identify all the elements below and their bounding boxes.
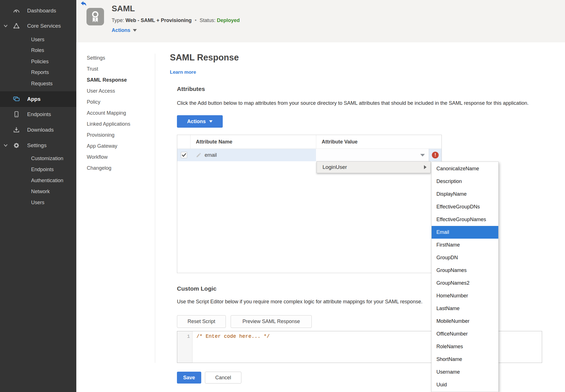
custom-logic-heading: Custom Logic [177, 285, 217, 292]
subnav-label: Changelog [87, 165, 111, 171]
row-error-cell: ! [429, 149, 441, 161]
sidebar-item-policies[interactable]: Policies [31, 56, 49, 67]
actions-button-label: Actions [187, 119, 206, 125]
sidebar-item-requests[interactable]: Requests [31, 79, 53, 89]
sidebar-item-users[interactable]: Users [31, 34, 44, 45]
submenu-item-effectivegroupnames[interactable]: EffectiveGroupNames [432, 213, 498, 226]
type-label: Type: [112, 18, 124, 23]
chevron-down-icon[interactable] [3, 143, 8, 148]
attribute-value-combobox[interactable] [316, 149, 429, 161]
learn-more-link[interactable]: Learn more [170, 69, 196, 75]
submenu-item-rolenames[interactable]: RoleNames [432, 340, 498, 353]
sidebar-item-network[interactable]: Network [31, 186, 50, 197]
submenu-item-shortname[interactable]: ShortName [432, 353, 498, 366]
tab-account-mapping[interactable]: Account Mapping [87, 108, 126, 119]
header-actions-label: Actions [112, 27, 130, 33]
sidebar-item-customization[interactable]: Customization [31, 153, 63, 164]
menu-item-label: LoginUser [322, 164, 347, 170]
back-icon[interactable] [80, 1, 87, 7]
attributes-actions-button[interactable]: Actions [177, 115, 223, 128]
attribute-name-cell: email [191, 149, 316, 161]
submenu-item-displayname[interactable]: DisplayName [432, 188, 498, 201]
submenu-item-firstname[interactable]: FirstName [432, 239, 498, 251]
page-app-title: SAML [112, 4, 135, 13]
chevron-down-icon[interactable] [3, 24, 8, 28]
subnav-label: SAML Response [87, 77, 127, 83]
submenu-item-homenumber[interactable]: HomeNumber [432, 289, 498, 302]
submenu-item-groupnames[interactable]: GroupNames [432, 264, 498, 277]
sidebar-item-downloads[interactable]: Downloads [0, 124, 76, 136]
apps-icon [12, 95, 20, 103]
tab-provisioning[interactable]: Provisioning [87, 130, 114, 141]
submenu-item-effectivegroupdns[interactable]: EffectiveGroupDNs [432, 201, 498, 213]
tab-workflow[interactable]: Workflow [87, 152, 108, 163]
sidebar-item-label: Dashboards [27, 8, 56, 14]
sidebar-subitem-label: Endpoints [31, 167, 54, 173]
sidebar-item-dashboards[interactable]: Dashboards [0, 5, 76, 17]
sidebar-item-roles[interactable]: Roles [31, 45, 44, 55]
tab-user-access[interactable]: User Access [87, 86, 115, 97]
sidebar-subitem-label: Reports [31, 69, 49, 75]
subnav-label: Workflow [87, 154, 108, 160]
app-meta: Type: Web - SAML + Provisioning • Status… [112, 18, 240, 23]
subnav-label: Linked Applications [87, 121, 130, 127]
tab-settings[interactable]: Settings [87, 53, 105, 64]
custom-logic-description: Use the Script Editor below if you requi… [177, 299, 423, 305]
sidebar-item-label: Settings [27, 142, 47, 149]
sidebar-subitem-label: Policies [31, 59, 49, 65]
sidebar-item-apps[interactable]: Apps [0, 92, 76, 107]
submenu-item-groupdn[interactable]: GroupDN [432, 251, 498, 264]
tab-trust[interactable]: Trust [87, 64, 98, 75]
cancel-button-label: Cancel [215, 375, 231, 381]
submenu-item-canonicalizename[interactable]: CanonicalizeName [432, 162, 498, 175]
sidebar-item-settings[interactable]: Settings [0, 139, 76, 152]
subnav-label: Provisioning [87, 132, 114, 138]
submenu-item-uuid[interactable]: Uuid [432, 378, 498, 391]
sidebar-subitem-label: Network [31, 189, 50, 195]
submenu-item-email[interactable]: Email [432, 226, 498, 239]
select-column-header [177, 135, 191, 149]
loginuser-submenu: CanonicalizeName Description DisplayName… [431, 162, 499, 392]
sidebar-subitem-label: Requests [31, 81, 53, 87]
sidebar-subitem-label: Authentication [31, 178, 63, 184]
edit-pencil-icon[interactable] [196, 152, 202, 158]
sidebar-item-core-services[interactable]: Core Services [0, 20, 76, 32]
tab-linked-applications[interactable]: Linked Applications [87, 119, 130, 130]
submenu-item-officenumber[interactable]: OfficeNumber [432, 328, 498, 340]
subnav-label: App Gateway [87, 143, 117, 149]
submenu-item-username[interactable]: Username [432, 366, 498, 378]
row-checkbox[interactable] [181, 152, 187, 158]
save-button[interactable]: Save [177, 372, 201, 384]
gauge-icon [12, 7, 20, 15]
preview-saml-response-button[interactable]: Preview SAML Response [231, 315, 312, 328]
row-select-cell [177, 149, 191, 161]
attribute-name-header: Attribute Name [191, 135, 316, 149]
table-row[interactable]: email ! [177, 149, 441, 161]
sidebar-item-settings-users[interactable]: Users [31, 197, 44, 208]
subnav-divider [155, 54, 155, 363]
sidebar-item-reports[interactable]: Reports [31, 67, 49, 77]
submenu-item-description[interactable]: Description [432, 175, 498, 188]
sidebar-item-authentication[interactable]: Authentication [31, 175, 63, 186]
tab-policy[interactable]: Policy [87, 97, 100, 108]
reset-script-button[interactable]: Reset Script [177, 315, 226, 328]
submenu-item-groupnames2[interactable]: GroupNames2 [432, 277, 498, 289]
combobox-caret-icon[interactable] [420, 154, 425, 156]
tab-app-gateway[interactable]: App Gateway [87, 141, 117, 152]
tab-changelog[interactable]: Changelog [87, 163, 111, 174]
tab-saml-response[interactable]: SAML Response [87, 75, 127, 86]
header-actions-dropdown[interactable]: Actions [112, 27, 137, 33]
submenu-arrow-icon [424, 165, 427, 169]
cancel-button[interactable]: Cancel [205, 372, 241, 384]
submenu-item-mobilenumber[interactable]: MobileNumber [432, 315, 498, 328]
app-header: SAML Type: Web - SAML + Provisioning • S… [76, 0, 565, 42]
attributes-description: Click the Add button below to map attrib… [177, 100, 529, 106]
sidebar-subitem-label: Users [31, 200, 44, 206]
sidebar-subitem-label: Users [31, 37, 44, 43]
sidebar-item-settings-endpoints[interactable]: Endpoints [31, 164, 54, 175]
submenu-item-lastname[interactable]: LastName [432, 302, 498, 315]
sidebar-item-endpoints[interactable]: Endpoints [0, 108, 76, 121]
subnav-label: User Access [87, 88, 115, 94]
sidebar-subitem-label: Roles [31, 47, 44, 53]
attribute-value-menu-loginuser[interactable]: LoginUser [317, 161, 431, 173]
